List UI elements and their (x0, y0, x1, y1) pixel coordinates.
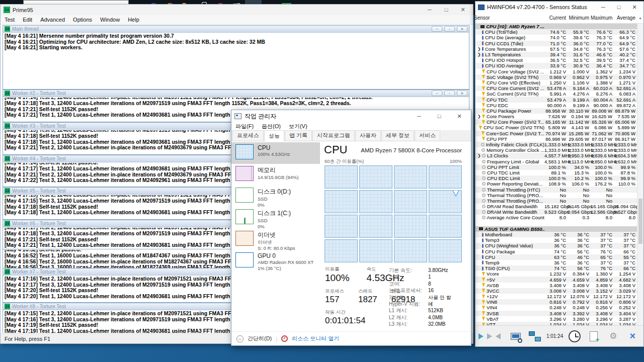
arrow-left-icon[interactable] (496, 333, 501, 339)
sensor-row[interactable]: +5V4.659 V4.659 V4.859 V4.682 V (475, 277, 637, 282)
minimize-icon[interactable]: ─ (597, 4, 610, 10)
sensor-row[interactable]: Vcore1.232 V0.384 V1.360 V1.254 V (475, 271, 637, 277)
expand-icon[interactable]: ❯ (477, 52, 480, 57)
menu-item-advanced[interactable]: Advanced (36, 17, 69, 23)
menu-item[interactable]: 옵션(O) (258, 123, 285, 130)
arrow-right-icon[interactable] (478, 333, 484, 339)
hwinfo-scrollbar[interactable] (637, 24, 643, 325)
tab-앱 기록[interactable]: 앱 기록 (285, 130, 312, 141)
sensor-row[interactable]: CPU63 °C46 °C65 °C55 °C (475, 254, 637, 260)
sensor-row[interactable]: AVSB3.408 V3.408 V3.408 V3.408 V (475, 283, 637, 288)
sidebar-item-mem[interactable]: 메모리14.9/15.9GB (94%) (231, 164, 320, 186)
sensor-row[interactable]: ❯Core Temperatures57.5 °C34.8 °C76.3 °C5… (475, 46, 637, 52)
column-average[interactable]: Average (614, 15, 637, 21)
tab-시작프로그램[interactable]: 시작프로그램 (312, 130, 355, 141)
sensor-row[interactable]: CPU PPT86.998 W29.605 W87.017 W86.917 W (475, 136, 637, 142)
close-icon[interactable]: ✕ (451, 113, 468, 120)
sensor-row[interactable]: VIN80.816 V0.792 V0.816 V0.806 V (475, 299, 637, 305)
sensor-row[interactable]: Temp936 °C36 °C37 °C37 °C (475, 260, 637, 265)
sensor-row[interactable]: CPU PPT Limit100.0 %34.0 %100.0 %99.9 % (475, 164, 637, 170)
sensor-row[interactable]: CPU [#0]: AMD Ryzen 7 ... (475, 24, 637, 29)
prime95-titlebar[interactable]: 24 Prime95 ─ □ ✕ (1, 5, 473, 15)
sensor-row[interactable]: CPU Package Power88.958 W30.110 W89.008 … (475, 108, 637, 114)
sensor-row[interactable]: ❯Core Powers7.626 W0.194 W16.625 W7.535 … (475, 114, 637, 119)
sensor-row[interactable]: SoC Current (SVI2 TFN)5.991 A4.276 A6.27… (475, 91, 637, 97)
sidebar-item-disk[interactable]: 디스크 0(D:)SSD0% (231, 186, 320, 207)
close-icon[interactable]: ✕ (457, 90, 467, 96)
chevron-up-icon[interactable]: ︿ (236, 335, 244, 342)
sensor-row[interactable]: VIN40.248 V0.248 V0.256 V0.252 V (475, 305, 637, 310)
sensor-row[interactable]: Thermal Throttling (PRO...NoNoNo (475, 198, 637, 204)
sensor-row[interactable]: DRAM Read Bandwidth15.182 Gbps0.145 Gbps… (475, 204, 637, 209)
menu-item-help[interactable]: Help (124, 17, 143, 23)
tab-사용자[interactable]: 사용자 (355, 130, 381, 141)
sensor-row[interactable]: Power Reporting Deviati...108.9 %106.0 %… (475, 181, 637, 187)
sensor-row[interactable]: CPU CCD1 (Tdie)71.0 °C36.0 °C77.0 °C64.9… (475, 41, 637, 46)
sensor-row[interactable]: CPU SoC Power (SVI2 TFN)5.809 W4.143 W6.… (475, 125, 637, 130)
sensor-row[interactable]: CPU TDC Limit89.1 %15.3 %100.0 %87.8 % (475, 170, 637, 175)
menu-item[interactable]: 파일(F) (231, 123, 258, 130)
tab-성능[interactable]: 성능 (264, 130, 284, 141)
menu-item-edit[interactable]: Edit (19, 17, 36, 23)
sensor-row[interactable]: CPU Core VID (Effective)1.250 V1.106 V1.… (475, 80, 637, 85)
sensor-row[interactable]: CPU IOD Average33.9 °C30.9 °C36.4 °C34.7… (475, 63, 637, 68)
sensor-row[interactable]: Motherboard36 °C36 °C37 °C37 °C (475, 232, 637, 237)
menu-item-test[interactable]: Test (1, 17, 19, 23)
sidebar-item-gpu[interactable]: GPU 0AMD Radeon RX 6600 XT1% (36 °C) (231, 250, 320, 272)
sidebar-item-net[interactable]: 이더넷이더넷S: 0 R: 80.0 Kbps (231, 229, 320, 250)
sensor-row[interactable]: Thermal Throttling (HTC)NoNoNo (475, 187, 637, 192)
expand-icon[interactable]: ❯ (477, 114, 480, 119)
arrow-right-icon[interactable] (487, 333, 492, 339)
mdi-child-titlebar[interactable]: 24Main thread─▫✕ (3, 26, 469, 33)
sensor-row[interactable]: Frequency Limit - Global4,583.1 MHz4,113… (475, 159, 637, 164)
minimize-icon[interactable]: ─ (432, 26, 442, 32)
sensor-row[interactable]: TSI0 (CPU)74 °C56 °C76 °C66 °C (475, 265, 637, 271)
sensor-settings-button[interactable] (508, 329, 523, 344)
sensor-row[interactable] (475, 221, 637, 226)
clock-button[interactable] (567, 329, 582, 344)
sensor-row[interactable]: CPU Core Current (SVI2 ...53.478 A9.184 … (475, 85, 637, 91)
sidebar-item-disk2[interactable]: 디스크 1(C:)SSD0% (231, 207, 320, 229)
open-resource-monitor-link[interactable]: 리소스 모니터 열기 (292, 335, 339, 342)
sensor-row[interactable]: VBAT3.296 V3.280 V3.296 V3.287 V (475, 316, 637, 322)
sensor-row[interactable]: CPU TDC53.479 A9.199 A60.004 A52.691 A (475, 97, 637, 102)
settings-button[interactable]: ⚙ (605, 329, 621, 344)
minimize-icon[interactable]: ─ (432, 90, 442, 96)
remote-monitor-button[interactable] (527, 329, 542, 344)
sensor-row[interactable]: ❯L3 Clocks4,557.7 MHz3,950.3 MHz4,839.6 … (475, 153, 637, 158)
restore-icon[interactable]: ▫ (444, 26, 455, 32)
menu-item-window[interactable]: Window (96, 17, 124, 23)
sensor-row[interactable]: CPU Die (average)74.0 °C39.6 °C76.3 °C64… (475, 35, 637, 40)
sensor-row[interactable]: Core+SoC Power (SVI2 T...70.974 W15.285 … (475, 131, 637, 136)
task-manager-titlebar[interactable]: 작업 관리자 ─ □ ✕ (231, 110, 471, 122)
sensor-row[interactable]: 3VCC3.008 V3.008 V3.152 V3.029 V (475, 288, 637, 294)
sensor-row[interactable]: CPU Core Power (SVI2 T...65.165 W11.142 … (475, 119, 637, 125)
mdi-child-titlebar[interactable]: 24Worker #2 - Torture Test─▫✕ (3, 90, 469, 97)
sensor-row[interactable]: CPU Core Voltage (SVI2 ...1.212 V1.000 V… (475, 69, 637, 74)
scrollbar-thumb[interactable] (638, 199, 642, 244)
sidebar-item-cpu[interactable]: CPU100% 4.53GHz (231, 142, 320, 164)
sensor-row[interactable]: ASUS TUF GAMING B550... (475, 226, 637, 232)
sensor-row[interactable]: +12V12.172 V12.076 V12.172 V12.172 V (475, 294, 637, 299)
close-icon[interactable]: ✕ (628, 4, 641, 11)
maximize-icon[interactable]: □ (431, 113, 448, 119)
tab-프로세스[interactable]: 프로세스 (232, 130, 264, 141)
sensor-row[interactable]: CPU EDC90.000 A9.199 A90.000 A89.872 A (475, 103, 637, 108)
minimize-icon[interactable]: ─ (423, 5, 437, 15)
sensor-row[interactable]: SoC Voltage (SVI2 TFN)0.969 V0.962 V0.97… (475, 74, 637, 80)
close-sensors-button[interactable]: × (625, 329, 640, 344)
sensor-row[interactable]: Temp336 °C36 °C37 °C37 °C (475, 237, 637, 243)
sensor-row[interactable]: ❯L3 Temperatures39.4 °C31.6 °C46.6 °C40.… (475, 52, 637, 57)
sensor-row[interactable]: VTT1.034 V1.034 V1.034 V1.034 V (475, 322, 637, 325)
sensor-row[interactable]: CPU (Tctl/Tdie)74.6 °C55.9 °C76.6 °C66.3… (475, 29, 637, 35)
sensor-row[interactable]: CPU Package74 °C56 °C76 °C66 °C (475, 249, 637, 254)
sensor-row[interactable]: Memory Controller Clock ...1,333.0 MHz1,… (475, 147, 637, 153)
tab-서비스[interactable]: 서비스 (415, 130, 440, 141)
fewer-details-button[interactable]: 간단히(D) (248, 335, 272, 342)
expand-icon[interactable]: ❯ (477, 153, 480, 158)
tab-세부 정보[interactable]: 세부 정보 (381, 130, 414, 141)
column-current[interactable]: Current (544, 15, 568, 21)
sensor-row[interactable]: DRAM Write Bandwidth9.523 Gbps0.054 Gbps… (475, 209, 637, 215)
maximize-icon[interactable]: □ (612, 4, 625, 10)
scrollbar-up-icon[interactable]: ▲ (637, 16, 643, 20)
